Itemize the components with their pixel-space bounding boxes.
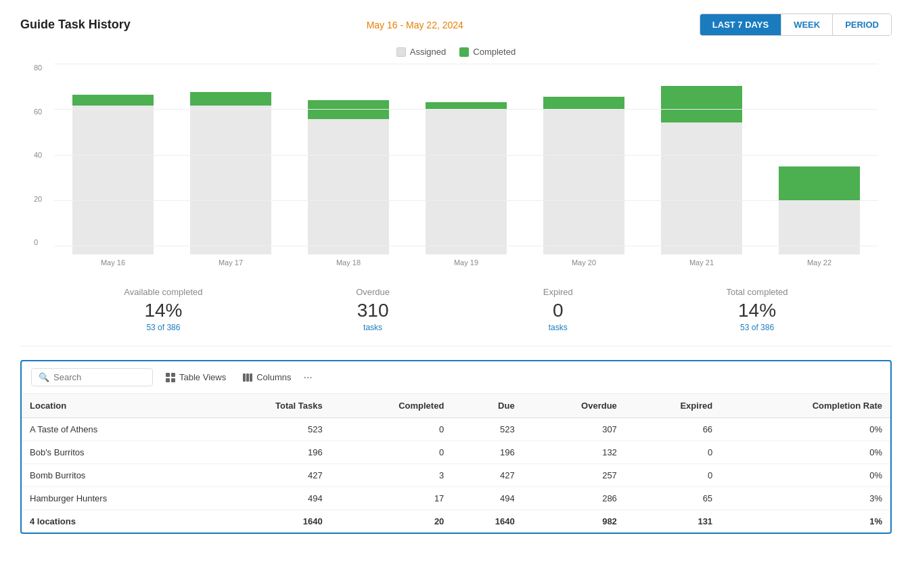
y-axis-label-40: 40 xyxy=(34,151,42,159)
footer-cell: 1640 xyxy=(206,510,330,533)
assigned-legend-label: Assigned xyxy=(410,47,446,57)
page-title: Guide Task History xyxy=(20,18,131,32)
bar-date-label: May 22 xyxy=(807,258,831,267)
due-cell: 523 xyxy=(452,418,522,441)
bar-stack xyxy=(72,95,154,254)
location-cell[interactable]: Bob's Burritos xyxy=(22,441,206,464)
bar-assigned xyxy=(190,106,271,254)
search-icon: 🔍 xyxy=(39,372,49,382)
columns-button[interactable]: Columns xyxy=(238,369,295,386)
footer-cell: 1% xyxy=(721,510,890,533)
table-footer-row: 4 locations16402016409821311% xyxy=(22,510,890,533)
location-cell[interactable]: Bomb Burritos xyxy=(22,464,206,487)
y-axis-label-0: 0 xyxy=(34,238,42,246)
table-body: A Taste of Athens5230523307660%Bob's Bur… xyxy=(22,418,890,533)
data-table: LocationTotal TasksCompletedDueOverdueEx… xyxy=(22,394,890,533)
period-button[interactable]: PERIOD xyxy=(833,14,891,35)
rate-cell: 0% xyxy=(721,418,890,441)
table-header-row: LocationTotal TasksCompletedDueOverdueEx… xyxy=(22,394,890,418)
page-header: Guide Task History May 16 - May 22, 2024… xyxy=(20,14,892,36)
due-cell: 427 xyxy=(452,464,522,487)
bar-stack xyxy=(426,102,507,254)
due-cell: 196 xyxy=(452,441,522,464)
total_tasks-cell: 523 xyxy=(206,418,330,441)
completed-legend-dot xyxy=(459,47,469,57)
table-header: LocationTotal TasksCompletedDueOverdueEx… xyxy=(22,394,890,418)
table-column-header: Overdue xyxy=(523,394,625,418)
stat-label: Expired xyxy=(543,287,573,297)
table-row: Bob's Burritos196019613200% xyxy=(22,441,890,464)
location-cell[interactable]: A Taste of Athens xyxy=(22,418,206,441)
bar-date-label: May 21 xyxy=(689,258,714,267)
date-range: May 16 - May 22, 2024 xyxy=(367,20,463,30)
bar-assigned xyxy=(72,106,154,254)
bar-stack xyxy=(661,86,742,254)
table-section: 🔍 Table Views Columns xyxy=(20,360,892,534)
svg-rect-4 xyxy=(243,374,246,382)
location-cell[interactable]: Hamburger Hunters xyxy=(22,487,206,510)
stat-sub: 53 of 386 xyxy=(124,323,202,332)
y-axis-label-20: 20 xyxy=(34,195,42,203)
grid-line-80 xyxy=(54,64,878,64)
stat-label: Available completed xyxy=(124,287,202,297)
table-column-header: Expired xyxy=(625,394,721,418)
expired-cell: 0 xyxy=(625,441,721,464)
stat-item: Available completed14%53 of 386 xyxy=(124,287,202,332)
footer-cell: 4 locations xyxy=(22,510,206,533)
bar-date-label: May 17 xyxy=(219,258,243,267)
svg-rect-2 xyxy=(166,378,170,382)
stat-sub: tasks xyxy=(543,323,573,332)
overdue-cell: 286 xyxy=(523,487,625,510)
footer-cell: 20 xyxy=(331,510,453,533)
completed-legend-label: Completed xyxy=(473,47,516,57)
bar-stack xyxy=(190,92,271,254)
table-column-header: Due xyxy=(452,394,522,418)
bar-date-label: May 16 xyxy=(101,258,125,267)
table-column-header: Location xyxy=(22,394,206,418)
bar-completed xyxy=(308,100,389,119)
table-row: Bomb Burritos427342725700% xyxy=(22,464,890,487)
bar-completed xyxy=(426,102,507,109)
week-button[interactable]: WEEK xyxy=(781,14,833,35)
bar-date-label: May 20 xyxy=(572,258,596,267)
table-row: Hamburger Hunters49417494286653% xyxy=(22,487,890,510)
columns-icon xyxy=(242,372,253,383)
bar-group: May 19 xyxy=(426,102,507,267)
rate-cell: 0% xyxy=(721,441,890,464)
bar-assigned xyxy=(661,122,742,254)
expired-cell: 65 xyxy=(625,487,721,510)
stats-row: Available completed14%53 of 386Overdue31… xyxy=(20,273,892,346)
svg-rect-1 xyxy=(171,373,175,377)
time-period-selector: LAST 7 DAYS WEEK PERIOD xyxy=(700,14,892,36)
more-options-button[interactable]: ··· xyxy=(303,371,312,384)
bar-group: May 21 xyxy=(661,86,742,267)
stat-item: Expired0tasks xyxy=(543,287,573,332)
footer-cell: 131 xyxy=(625,510,721,533)
stat-value: 0 xyxy=(543,300,573,321)
overdue-cell: 257 xyxy=(523,464,625,487)
table-views-button[interactable]: Table Views xyxy=(161,369,230,386)
bar-group: May 20 xyxy=(543,97,624,267)
completed-cell: 0 xyxy=(331,441,453,464)
due-cell: 494 xyxy=(452,487,522,510)
bar-completed xyxy=(543,97,624,109)
search-box[interactable]: 🔍 xyxy=(31,368,153,386)
bar-assigned xyxy=(543,109,624,254)
table-views-label: Table Views xyxy=(179,372,226,382)
stat-value: 310 xyxy=(356,300,390,321)
stat-item: Overdue310tasks xyxy=(356,287,390,332)
stat-label: Overdue xyxy=(356,287,390,297)
table-toolbar: 🔍 Table Views Columns xyxy=(22,361,890,394)
y-axis: 0 20 40 60 80 xyxy=(34,64,42,246)
last-7-days-button[interactable]: LAST 7 DAYS xyxy=(700,14,781,35)
y-axis-label-80: 80 xyxy=(34,64,42,72)
bar-group: May 16 xyxy=(72,95,154,267)
rate-cell: 0% xyxy=(721,464,890,487)
search-input[interactable] xyxy=(53,372,145,382)
total_tasks-cell: 427 xyxy=(206,464,330,487)
stat-value: 14% xyxy=(124,300,202,321)
stat-value: 14% xyxy=(727,300,788,321)
bar-date-label: May 19 xyxy=(454,258,478,267)
assigned-legend-dot xyxy=(396,47,406,57)
rate-cell: 3% xyxy=(721,487,890,510)
